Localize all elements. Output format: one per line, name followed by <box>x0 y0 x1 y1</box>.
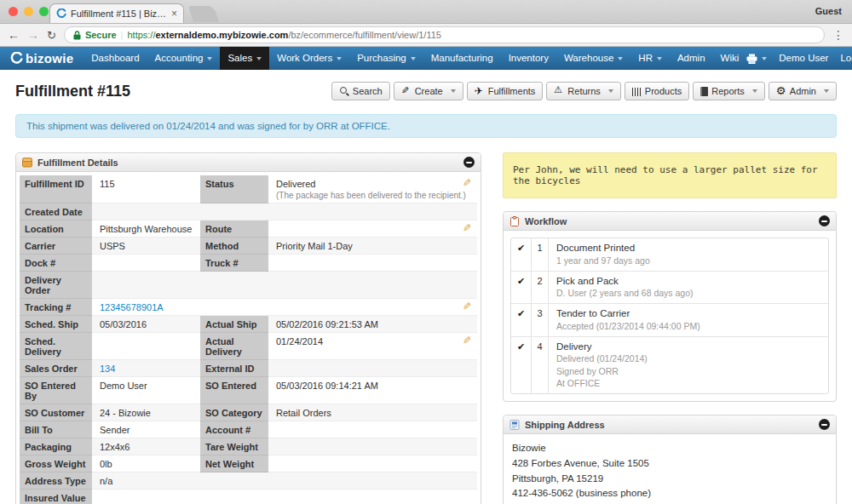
reload-icon[interactable]: ↻ <box>47 29 56 42</box>
printer-icon <box>746 54 757 64</box>
search-button[interactable]: Search <box>331 82 390 100</box>
field-label-external-id: External ID <box>200 360 268 377</box>
new-tab-button[interactable] <box>188 6 219 22</box>
nav-item-hr[interactable]: HR <box>630 47 670 70</box>
nav-item-accounting[interactable]: Accounting <box>147 47 221 70</box>
step-number: 1 <box>532 238 549 271</box>
step-body: Pick and PackD. User (2 years and 68 day… <box>549 272 828 304</box>
field-value-net-weight <box>268 455 477 472</box>
field-label-bill-to: Bill To <box>20 421 92 438</box>
tab-close-icon[interactable]: × <box>171 8 177 20</box>
step-body: Tender to CarrierAccepted (01/23/2014 09… <box>549 304 828 336</box>
minimize-window-button[interactable] <box>24 7 33 16</box>
book-icon <box>700 87 708 96</box>
shipping-address-header: Shipping Address <box>504 415 836 434</box>
chevron-down-icon <box>411 57 416 60</box>
tab-title: Fulfillment #115 | Bizowie Dem <box>71 9 167 19</box>
omnibox-divider: | <box>121 30 124 40</box>
zoom-window-button[interactable] <box>39 7 49 16</box>
field-label-so-category: SO Category <box>200 404 268 421</box>
brand-logo[interactable]: bizowie <box>10 51 73 66</box>
field-label-method: Method <box>200 238 268 255</box>
browser-menu-icon[interactable]: ⋮ <box>832 28 844 42</box>
nav-item-purchasing[interactable]: Purchasing <box>349 47 423 70</box>
search-icon <box>339 86 349 96</box>
field-value-so-entered: 05/03/2016 09:14:21 AM <box>268 377 477 404</box>
field-value-so-customer: 24 - Bizowie <box>92 404 200 421</box>
forward-icon[interactable]: → <box>27 29 39 41</box>
nav-item-dashboard[interactable]: Dashboard <box>83 47 147 70</box>
step-detail: At OFFICE <box>556 378 820 388</box>
field-label-actual-delivery: Actual Delivery <box>200 333 268 360</box>
table-row: Delivery Order <box>20 272 477 299</box>
field-label-route: Route <box>200 220 268 238</box>
table-row: Packaging12x4x6Tare Weight <box>20 438 477 455</box>
step-title: Pick and Pack <box>556 276 820 286</box>
field-value-carrier: USPS <box>92 238 200 255</box>
address-bar[interactable]: Secure | https://externaldemo.mybizowie.… <box>64 26 825 43</box>
create-button-label: Create <box>415 86 443 96</box>
logout-link[interactable]: Log Out <box>840 47 852 70</box>
field-label-tracking: Tracking # <box>20 299 92 316</box>
nav-item-warehouse[interactable]: Warehouse <box>556 47 630 70</box>
print-menu[interactable] <box>746 47 767 70</box>
collapse-icon[interactable] <box>819 215 830 226</box>
browser-tab[interactable]: Fulfillment #115 | Bizowie Dem × <box>49 3 184 23</box>
nav-item-manufacturing[interactable]: Manufacturing <box>423 47 501 70</box>
chevron-down-icon <box>256 57 262 60</box>
chevron-down-icon <box>824 89 829 93</box>
nav-item-wiki[interactable]: Wiki <box>713 47 747 70</box>
edit-pencil-icon[interactable]: ✎ <box>463 301 471 312</box>
back-icon[interactable]: ← <box>8 29 20 41</box>
brand-swoosh-icon <box>10 52 23 65</box>
reports-button[interactable]: Reports <box>693 82 765 100</box>
user-menu[interactable]: Demo User <box>779 47 828 70</box>
nav-item-sales[interactable]: Sales <box>220 47 269 70</box>
field-label-so-entered-by: SO Entered By <box>20 377 92 404</box>
step-number: 3 <box>532 304 549 336</box>
table-row: Created Date <box>20 203 477 220</box>
table-row: Tracking #12345678901A✎ <box>20 299 477 316</box>
field-label-tare-weight: Tare Weight <box>200 438 268 455</box>
edit-pencil-icon[interactable]: ✎ <box>463 222 471 234</box>
field-value-method: Priority Mail 1-Day <box>268 238 477 255</box>
returns-button[interactable]: Returns <box>546 82 621 100</box>
products-button[interactable]: Products <box>625 82 689 100</box>
left-column: Fulfillment Details Fulfillment ID115Sta… <box>15 152 481 504</box>
table-row: CarrierUSPSMethodPriority Mail 1-Day <box>20 238 477 255</box>
step-body: Document Printed1 year and 97 days ago <box>549 238 828 271</box>
field-label-gross-weight: Gross Weight <box>20 455 92 472</box>
collapse-icon[interactable] <box>819 419 830 430</box>
fulfillments-button[interactable]: Fulfillments <box>467 82 544 100</box>
create-button[interactable]: Create <box>394 82 463 100</box>
admin-button[interactable]: Admin <box>769 82 837 100</box>
field-label-carrier: Carrier <box>20 238 92 255</box>
table-row: SO Customer24 - BizowieSO CategoryRetail… <box>20 404 477 421</box>
url-scheme: https:// <box>127 30 155 40</box>
field-value-sched-delivery <box>92 333 200 360</box>
field-value-location: Pittsburgh Warehouse <box>92 220 200 238</box>
field-value-gross-weight: 0lb <box>92 455 200 472</box>
step-detail: Accepted (01/23/2014 09:44:00 PM) <box>556 321 820 331</box>
field-label-dock: Dock # <box>20 255 92 272</box>
address-lines: Bizowie428 Forbes Avenue, Suite 1505Pitt… <box>512 441 827 501</box>
field-label-address-type: Address Type <box>20 472 92 490</box>
edit-pencil-icon[interactable]: ✎ <box>463 177 471 189</box>
field-link[interactable]: 12345678901A <box>100 302 164 312</box>
collapse-icon[interactable] <box>463 157 475 168</box>
close-window-button[interactable] <box>9 7 18 16</box>
address-line: Bizowie <box>512 441 827 456</box>
nav-item-work-orders[interactable]: Work Orders <box>269 47 349 70</box>
field-label-truck: Truck # <box>200 255 268 272</box>
field-link[interactable]: 134 <box>100 364 115 374</box>
edit-pencil-icon[interactable]: ✎ <box>463 335 471 346</box>
nav-item-inventory[interactable]: Inventory <box>501 47 556 70</box>
nav-item-admin[interactable]: Admin <box>670 47 713 70</box>
chevron-down-icon <box>618 57 623 60</box>
chevron-down-icon <box>608 89 613 93</box>
step-detail: 1 year and 97 days ago <box>556 255 820 266</box>
workflow-step-2: ✔2Pick and PackD. User (2 years and 68 d… <box>511 272 828 305</box>
navbar-right: Demo User Log Out <box>746 47 852 70</box>
barcode-icon <box>632 88 642 96</box>
pencil-icon <box>401 86 412 96</box>
